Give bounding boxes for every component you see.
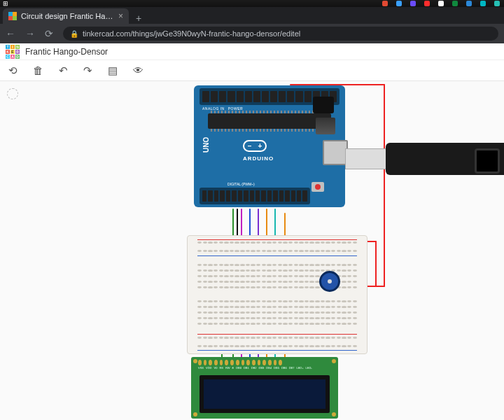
delete-button[interactable]: 🗑 — [33, 64, 43, 76]
barrel-jack-icon — [313, 97, 334, 113]
lock-icon: 🔒 — [70, 30, 78, 38]
component-lcd-16x2[interactable]: VSSVDDV0RSRWEDB0DB1DB2DB3DB4DB5DB6DB7LED… — [191, 357, 338, 419]
breadboard-row — [197, 312, 357, 314]
usb-cable-body-icon — [386, 143, 504, 175]
tray-icon[interactable] — [466, 1, 472, 6]
new-tab-button[interactable]: + — [129, 13, 148, 24]
browser-tabbar: Circuit design Frantic Hango-De × + — [0, 7, 504, 24]
arduino-digital-label: DIGITAL (PWM~) — [227, 182, 255, 186]
breadboard-row — [197, 264, 357, 266]
tray-icon[interactable] — [410, 1, 416, 6]
tray-icon[interactable] — [494, 1, 500, 6]
nav-reload-icon[interactable]: ⟳ — [45, 28, 53, 39]
tray-icon[interactable] — [480, 1, 486, 6]
url-text: tinkercad.com/things/jwGe39N0wyN-frantic… — [83, 29, 300, 38]
mount-hole-icon — [332, 412, 336, 416]
mount-hole-icon — [193, 359, 197, 363]
tray-icon[interactable] — [438, 1, 444, 6]
zoom-fit-button[interactable] — [7, 88, 18, 99]
mount-hole-icon — [332, 359, 336, 363]
component-arduino-uno[interactable]: ANALOG IN POWER – + ARDUINO UNO DIGITAL … — [194, 85, 345, 207]
breadboard-row — [197, 345, 357, 347]
tray-icon[interactable] — [452, 1, 458, 6]
lcd-pin-row — [198, 360, 282, 365]
rail-minus-icon — [197, 255, 357, 256]
tray-icon[interactable] — [396, 1, 402, 6]
usb-plug-a-icon — [345, 148, 387, 169]
reset-button-icon — [312, 182, 324, 192]
undo-button[interactable]: ↶ — [59, 64, 68, 77]
breadboard-row — [197, 250, 357, 252]
tinkercad-favicon — [8, 12, 17, 20]
editor-toolbar: ⟲ 🗑 ↶ ↷ ▤ 👁 — [0, 60, 504, 81]
windows-taskbar: ⊞ — [0, 0, 504, 7]
lcd-screen-icon — [200, 375, 330, 413]
arduino-model-label: UNO — [202, 137, 210, 153]
mount-hole-icon — [193, 412, 197, 416]
nav-forward-icon[interactable]: → — [25, 28, 35, 39]
app-header: TIN KER CAD Frantic Hango-Densor — [0, 43, 504, 60]
tab-title: Circuit design Frantic Hango-De — [21, 12, 114, 20]
browser-tab-active[interactable]: Circuit design Frantic Hango-De × — [3, 8, 129, 24]
arduino-bottom-header — [200, 188, 310, 204]
browser-address-bar: ← → ⟳ 🔒 tinkercad.com/things/jwGe39N0wyN… — [0, 24, 504, 43]
visibility-button[interactable]: 👁 — [133, 64, 144, 76]
tab-close-icon[interactable]: × — [118, 11, 123, 21]
atmega-chip-icon — [208, 113, 331, 129]
redo-button[interactable]: ↷ — [83, 64, 92, 77]
component-usb-cable[interactable] — [345, 141, 504, 183]
rotate-button[interactable]: ⟲ — [8, 64, 18, 77]
component-potentiometer[interactable] — [319, 271, 340, 292]
arduino-brand-label: ARDUINO — [243, 155, 274, 162]
tinkercad-logo[interactable]: TIN KER CAD — [6, 45, 20, 59]
arduino-infinity-icon: – + — [243, 140, 267, 152]
tray-icon[interactable] — [424, 1, 430, 6]
nav-back-icon[interactable]: ← — [6, 28, 15, 39]
lcd-pin-labels: VSSVDDV0RSRWEDB0DB1DB2DB3DB4DB5DB6DB7LED… — [198, 366, 282, 370]
url-field[interactable]: 🔒 tinkercad.com/things/jwGe39N0wyN-frant… — [63, 27, 498, 41]
arduino-regulator-icon — [316, 118, 335, 134]
wire-red[interactable] — [384, 84, 385, 287]
windows-start-icon[interactable]: ⊞ — [3, 0, 8, 7]
circuit-canvas[interactable]: ANALOG IN POWER – + ARDUINO UNO DIGITAL … — [0, 81, 504, 420]
annotations-button[interactable]: ▤ — [108, 64, 118, 77]
breadboard-row — [197, 300, 357, 302]
wire-red[interactable] — [375, 241, 377, 287]
rail-minus-icon — [197, 350, 357, 351]
rail-plus-icon — [197, 239, 357, 240]
tray-icon[interactable] — [382, 1, 388, 6]
breadboard-row — [197, 337, 357, 339]
breadboard-row — [197, 306, 357, 308]
breadboard-row — [197, 241, 357, 250]
component-breadboard[interactable] — [187, 235, 368, 354]
project-title[interactable]: Frantic Hango-Densor — [25, 47, 108, 57]
rail-plus-icon — [197, 334, 357, 335]
usb-port-icon — [323, 140, 348, 165]
breadboard-row — [197, 317, 357, 319]
breadboard-row — [197, 323, 357, 325]
